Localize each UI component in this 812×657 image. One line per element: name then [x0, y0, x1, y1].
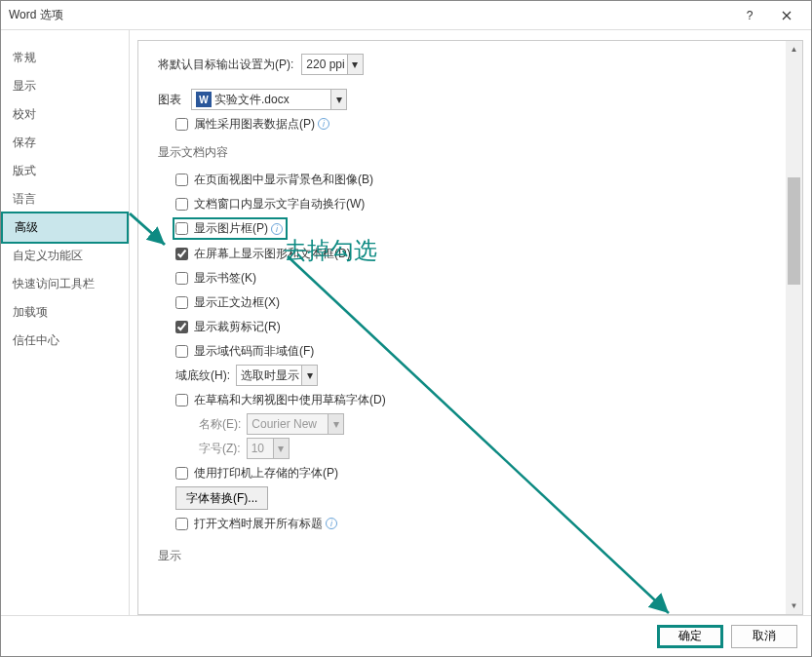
chart-attr-label: 属性采用图表数据点(P) [194, 116, 315, 133]
sidebar-item-save[interactable]: 保存 [1, 129, 129, 157]
info-icon[interactable]: i [326, 518, 337, 529]
ok-button[interactable]: 确定 [657, 625, 723, 648]
chart-label: 图表 [158, 92, 181, 108]
sidebar-item-language[interactable]: 语言 [1, 185, 129, 213]
font-subst-button[interactable]: 字体替换(F)... [175, 486, 268, 510]
sidebar-item-layout[interactable]: 版式 [1, 157, 129, 185]
default-target-label: 将默认目标输出设置为(P): [158, 57, 293, 73]
chevron-down-icon: ▾ [301, 366, 317, 385]
sidebar-item-proofing[interactable]: 校对 [1, 100, 129, 129]
sidebar-item-general[interactable]: 常规 [1, 44, 129, 72]
wrap-checkbox[interactable] [175, 198, 188, 211]
close-button[interactable] [768, 1, 805, 29]
sidebar: 常规 显示 校对 保存 版式 语言 高级 自定义功能区 快速访问工具栏 加载项 … [1, 30, 130, 615]
options-panel: 将默认目标输出设置为(P): 220 ppi ▾ 图表 W 实验文件.docx [138, 41, 802, 614]
bookmarks-checkbox[interactable] [175, 272, 188, 285]
word-icon: W [196, 92, 212, 107]
font-size-label: 字号(Z): [199, 441, 241, 457]
expand-headings-checkbox[interactable] [175, 518, 188, 530]
font-name-label: 名称(E): [199, 416, 241, 433]
printer-fonts-checkbox[interactable] [175, 467, 188, 480]
font-size-select: 10 ▾ [247, 438, 290, 459]
fieldcodes-checkbox[interactable] [175, 345, 188, 358]
chart-doc-select[interactable]: W 实验文件.docx ▾ [191, 89, 347, 110]
window-title: Word 选项 [7, 7, 731, 23]
font-name-select: Courier New ▾ [247, 413, 344, 435]
shading-label: 域底纹(H): [175, 367, 230, 384]
scroll-thumb[interactable] [788, 177, 800, 285]
cropmarks-checkbox[interactable] [175, 321, 188, 333]
sidebar-item-display[interactable]: 显示 [1, 72, 129, 100]
chevron-down-icon: ▾ [328, 414, 343, 434]
sidebar-item-trust-center[interactable]: 信任中心 [1, 327, 129, 355]
sidebar-item-customize-ribbon[interactable]: 自定义功能区 [1, 242, 129, 270]
chart-attr-checkbox[interactable] [175, 118, 188, 131]
cancel-button[interactable]: 取消 [731, 625, 797, 648]
section-doc-content: 显示文档内容 [158, 144, 789, 163]
textbound-checkbox[interactable] [175, 296, 188, 309]
shading-select[interactable]: 选取时显示 ▾ [236, 365, 318, 386]
sidebar-item-advanced[interactable]: 高级 [1, 212, 129, 244]
info-icon[interactable]: i [271, 223, 283, 235]
chevron-down-icon: ▾ [273, 439, 289, 458]
scroll-up-icon[interactable]: ▲ [786, 41, 802, 58]
info-icon[interactable]: i [318, 118, 329, 130]
default-target-select[interactable]: 220 ppi ▾ [301, 54, 363, 75]
drawings-checkbox[interactable] [175, 248, 188, 260]
help-button[interactable]: ? [731, 1, 768, 29]
sidebar-item-addins[interactable]: 加载项 [1, 298, 129, 327]
picframe-checkbox[interactable] [175, 222, 188, 235]
scroll-down-icon[interactable]: ▼ [786, 598, 802, 614]
sidebar-item-quick-access[interactable]: 快速访问工具栏 [1, 270, 129, 298]
draftfont-checkbox[interactable] [175, 394, 188, 406]
bg-checkbox[interactable] [175, 174, 188, 186]
chevron-down-icon: ▾ [347, 55, 363, 74]
section-display: 显示 [158, 548, 789, 566]
scrollbar[interactable]: ▲ ▼ [786, 41, 802, 614]
chevron-down-icon: ▾ [330, 90, 346, 109]
